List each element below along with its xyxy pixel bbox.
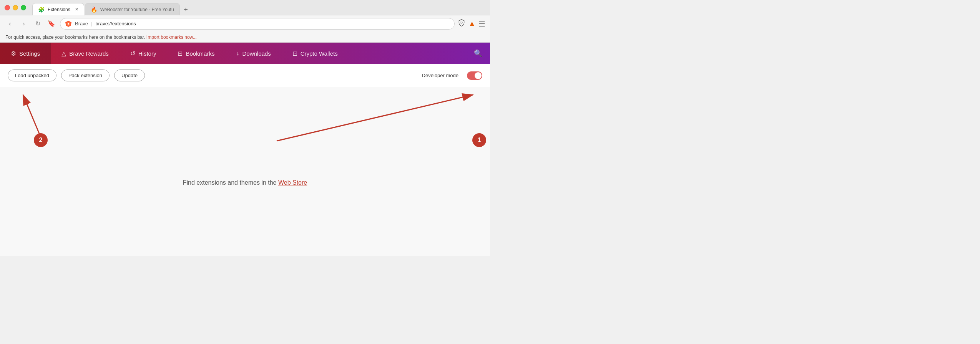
bookmarks-bar-text: For quick access, place your bookmarks h… — [5, 35, 145, 40]
dev-toolbar: Load unpacked Pack extension Update Deve… — [0, 64, 490, 87]
load-unpacked-button[interactable]: Load unpacked — [8, 69, 56, 81]
title-bar: 🧩 Extensions ✕ 🔥 WeBooster for Youtube -… — [0, 0, 490, 15]
nav-item-history[interactable]: ↺ History — [120, 43, 167, 64]
annotation-circle-2: 2 — [34, 133, 48, 147]
nav-item-settings-label: Settings — [19, 50, 40, 57]
pack-extension-button[interactable]: Pack extension — [61, 69, 110, 81]
update-button[interactable]: Update — [114, 69, 145, 81]
developer-mode-toggle[interactable] — [467, 71, 482, 80]
bookmarks-icon: ⊟ — [178, 50, 183, 57]
brave-logo-icon — [65, 20, 72, 27]
tab-close-button[interactable]: ✕ — [75, 7, 78, 12]
new-tab-button[interactable]: + — [181, 4, 191, 15]
forward-button[interactable]: › — [18, 18, 29, 29]
bookmarks-bar: For quick access, place your bookmarks h… — [0, 32, 490, 43]
tabs-bar: 🧩 Extensions ✕ 🔥 WeBooster for Youtube -… — [32, 0, 485, 15]
nav-item-history-label: History — [138, 50, 156, 57]
annotation-circle-1: 1 — [472, 133, 486, 147]
search-icon: 🔍 — [474, 49, 482, 58]
nav-bar: ‹ › ↻ 🔖 Brave | brave://extensions 🛡 ▲ ☰ — [0, 15, 490, 32]
main-content: Load unpacked Pack extension Update Deve… — [0, 64, 490, 256]
back-button[interactable]: ‹ — [5, 18, 15, 29]
nav-item-crypto-wallets-label: Crypto Wallets — [301, 50, 338, 57]
tab-extensions[interactable]: 🧩 Extensions ✕ — [32, 3, 84, 15]
puzzle-icon: 🧩 — [38, 7, 45, 13]
minimize-button[interactable] — [13, 5, 18, 10]
extensions-nav: ⚙ Settings △ Brave Rewards ↺ History ⊟ B… — [0, 43, 490, 64]
nav-search-button[interactable]: 🔍 — [466, 43, 490, 64]
history-icon: ↺ — [130, 50, 135, 57]
tab-webooster-label: WeBooster for Youtube - Free Youtu — [100, 7, 174, 12]
tab-webooster[interactable]: 🔥 WeBooster for Youtube - Free Youtu — [85, 3, 180, 15]
nav-item-brave-rewards[interactable]: △ Brave Rewards — [51, 43, 120, 64]
svg-line-5 — [277, 95, 473, 141]
web-store-link[interactable]: Web Store — [278, 179, 307, 186]
dev-mode-label: Developer mode — [422, 73, 458, 78]
nav-item-bookmarks-label: Bookmarks — [186, 50, 214, 57]
settings-icon: ⚙ — [11, 50, 16, 57]
flame-icon: 🔥 — [91, 7, 97, 13]
address-url: brave://extensions — [95, 21, 136, 26]
crypto-wallets-icon: ⊡ — [292, 50, 297, 57]
downloads-icon: ↓ — [236, 50, 239, 57]
traffic-lights — [5, 5, 26, 10]
reload-button[interactable]: ↻ — [32, 18, 43, 29]
nav-item-downloads-label: Downloads — [242, 50, 271, 57]
tab-extensions-label: Extensions — [48, 7, 70, 12]
annotation-area: 1 2 — [0, 87, 490, 156]
brave-label: Brave — [75, 21, 88, 26]
svg-text:🛡: 🛡 — [460, 21, 463, 25]
close-button[interactable] — [5, 5, 10, 10]
content-center: Find extensions and themes in the Web St… — [0, 156, 490, 217]
nav-item-crypto-wallets[interactable]: ⊡ Crypto Wallets — [282, 43, 349, 64]
nav-item-bookmarks[interactable]: ⊟ Bookmarks — [167, 43, 225, 64]
maximize-button[interactable] — [21, 5, 26, 10]
rewards-icon[interactable]: ▲ — [468, 20, 475, 28]
brave-rewards-icon: △ — [61, 50, 66, 57]
find-text: Find extensions and themes in the — [183, 179, 277, 186]
address-bar[interactable]: Brave | brave://extensions — [60, 18, 455, 30]
shield-icon[interactable]: 🛡 — [458, 19, 465, 28]
nav-item-settings[interactable]: ⚙ Settings — [0, 43, 51, 64]
arrow-1 — [0, 87, 490, 156]
bookmark-button[interactable]: 🔖 — [46, 18, 57, 29]
import-bookmarks-link[interactable]: Import bookmarks now... — [146, 35, 197, 40]
nav-item-brave-rewards-label: Brave Rewards — [69, 50, 109, 57]
nav-right: 🛡 ▲ ☰ — [458, 19, 485, 28]
nav-item-downloads[interactable]: ↓ Downloads — [225, 43, 281, 64]
menu-icon[interactable]: ☰ — [478, 19, 485, 28]
